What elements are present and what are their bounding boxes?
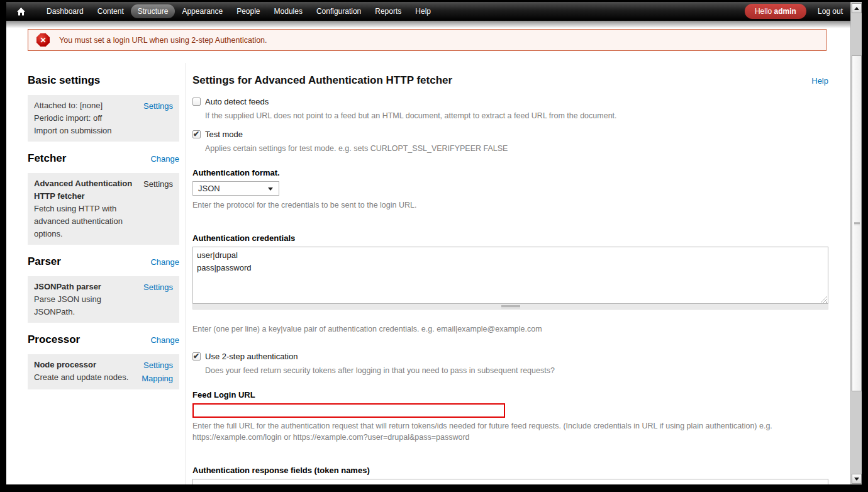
two-step-label[interactable]: Use 2-step authentication	[205, 352, 298, 361]
parser-plugin-description: Parse JSON using JSONPath.	[34, 293, 133, 318]
response-fields-label: Authentication response fields (token na…	[192, 466, 828, 475]
auto-detect-item: Auto detect feeds	[192, 97, 828, 106]
scroll-thumb[interactable]	[852, 55, 862, 391]
fetcher-plugin-name: Advanced Authentication HTTP fetcher	[34, 177, 133, 203]
fetcher-change-link[interactable]: Change	[150, 154, 179, 164]
logout-link[interactable]: Log out	[818, 7, 843, 16]
login-url-description: Enter the full URL for the authenticatio…	[192, 420, 828, 443]
greeting-text: Hello	[755, 7, 774, 16]
page-title: Settings for Advanced Authentication HTT…	[192, 74, 452, 87]
response-fields-textarea[interactable]: id|id	[192, 479, 828, 484]
admin-toolbar: Dashboard Content Structure Appearance P…	[6, 2, 862, 21]
fetcher-plugin-description: Fetch using HTTP with advanced authentic…	[34, 203, 133, 240]
user-greeting-pill[interactable]: Hello admin	[745, 4, 806, 19]
processor-box: Node processor Create and update nodes. …	[28, 354, 179, 389]
page-content: ✕ You must set a login URL when using 2-…	[6, 21, 850, 484]
login-url-label: Feed Login URL	[192, 390, 828, 400]
menu-item-content[interactable]: Content	[91, 4, 131, 18]
periodic-import-text: Periodic import: off	[34, 112, 133, 125]
auth-format-description: Enter the protocol for the credentials t…	[192, 199, 828, 211]
browser-viewport: Dashboard Content Structure Appearance P…	[6, 2, 862, 484]
column-divider	[186, 63, 186, 484]
processor-plugin-name: Node processor	[34, 359, 133, 371]
sidebar-heading-basic-settings: Basic settings	[28, 74, 100, 87]
auth-credentials-description: Enter (one per line) a key|value pair of…	[192, 323, 828, 335]
test-mode-item: Test mode	[192, 130, 828, 139]
vertical-scrollbar[interactable]	[850, 2, 862, 484]
parser-change-link[interactable]: Change	[150, 257, 179, 267]
auth-format-select[interactable]: JSON	[192, 181, 279, 196]
test-mode-checkbox[interactable]	[192, 130, 201, 138]
test-mode-description: Applies certain settings for test mode. …	[205, 143, 828, 154]
basic-settings-box: Attached to: [none] Periodic import: off…	[28, 95, 179, 142]
menu-item-appearance[interactable]: Appearance	[175, 4, 230, 18]
test-mode-label[interactable]: Test mode	[205, 130, 243, 139]
two-step-checkbox[interactable]	[192, 352, 201, 361]
scroll-up-button[interactable]	[852, 3, 862, 13]
thumb-grip-icon	[854, 223, 860, 224]
arrow-down-icon	[854, 478, 859, 481]
processor-change-link[interactable]: Change	[150, 335, 179, 345]
two-step-item: Use 2-step authentication	[192, 352, 828, 361]
parser-plugin-name: JSONPath parser	[34, 281, 133, 293]
grip-lines-icon	[501, 306, 520, 307]
sidebar-heading-processor: Processor	[28, 333, 80, 346]
auto-detect-label[interactable]: Auto detect feeds	[205, 97, 269, 106]
home-icon[interactable]	[16, 7, 26, 16]
error-message: ✕ You must set a login URL when using 2-…	[28, 29, 826, 51]
auth-credentials-textarea[interactable]: user|drupal pass|password	[192, 247, 828, 304]
menu-item-people[interactable]: People	[230, 4, 267, 18]
auto-detect-description: If the supplied URL does not point to a …	[205, 110, 828, 121]
basic-settings-link[interactable]: Settings	[136, 99, 173, 113]
menu-item-structure[interactable]: Structure	[131, 4, 175, 18]
fetcher-settings-link[interactable]: Settings	[136, 177, 173, 191]
menu-item-reports[interactable]: Reports	[368, 4, 408, 18]
processor-settings-link[interactable]: Settings	[136, 359, 173, 372]
help-link[interactable]: Help	[811, 76, 828, 86]
chevron-down-icon	[268, 187, 273, 191]
login-url-input[interactable]	[192, 403, 505, 418]
x-glyph: ✕	[40, 36, 46, 44]
menu-item-dashboard[interactable]: Dashboard	[40, 4, 91, 18]
sidebar-heading-fetcher: Fetcher	[28, 152, 66, 165]
import-on-submission-text: Import on submission	[34, 125, 133, 137]
textarea-grippie[interactable]	[192, 304, 828, 310]
menu-item-help[interactable]: Help	[408, 4, 438, 18]
menu-item-configuration[interactable]: Configuration	[309, 4, 368, 18]
attached-to-text: Attached to: [none]	[34, 99, 133, 112]
scroll-down-button[interactable]	[852, 474, 862, 484]
fetcher-box: Advanced Authentication HTTP fetcher Fet…	[28, 173, 179, 245]
auth-format-value: JSON	[198, 184, 220, 193]
processor-plugin-description: Create and update nodes.	[34, 371, 133, 384]
auth-credentials-label: Authentication credentials	[192, 233, 828, 243]
error-message-text: You must set a login URL when using 2-st…	[59, 36, 267, 45]
auto-detect-checkbox[interactable]	[192, 98, 201, 106]
error-icon: ✕	[36, 33, 50, 47]
arrow-up-icon	[854, 7, 859, 10]
fetcher-settings-form: Settings for Advanced Authentication HTT…	[192, 63, 828, 484]
processor-mapping-link[interactable]: Mapping	[136, 372, 173, 385]
two-step-description: Does your feed return security tokens af…	[205, 365, 828, 376]
auth-format-label: Authentication format.	[192, 168, 828, 177]
parser-box: JSONPath parser Parse JSON using JSONPat…	[28, 276, 179, 323]
feeds-sidebar: Basic settings Attached to: [none] Perio…	[28, 63, 179, 484]
username-text: admin	[774, 7, 796, 16]
parser-settings-link[interactable]: Settings	[136, 281, 173, 294]
menu-item-modules[interactable]: Modules	[267, 4, 309, 18]
sidebar-heading-parser: Parser	[28, 255, 61, 268]
